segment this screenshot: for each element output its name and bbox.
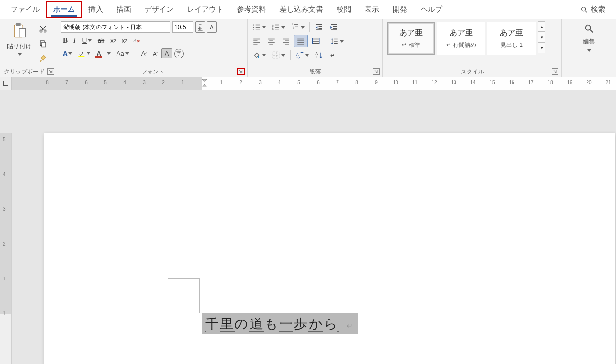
justify-button[interactable] (294, 35, 308, 47)
search-icon (580, 6, 588, 14)
style-sample: あア亜 (500, 28, 523, 38)
tab-mailings[interactable]: 差し込み文書 (273, 1, 330, 18)
copy-button[interactable] (37, 38, 49, 49)
group-font: ア 亜 A B I U ab x2 x2 A (58, 19, 248, 77)
svg-text:Z: Z (316, 55, 318, 58)
italic-button[interactable]: I (72, 35, 78, 46)
copy-icon (39, 39, 47, 48)
tab-selector[interactable] (0, 77, 12, 90)
horizontal-ruler[interactable]: 8765432112345678910111213141516171819202… (12, 77, 616, 90)
increase-indent-button[interactable] (327, 21, 340, 33)
tab-layout[interactable]: レイアウト (180, 1, 230, 18)
multilevel-button[interactable]: 1ai (289, 21, 307, 33)
justify-icon (296, 37, 305, 45)
indent-marker-icon[interactable] (202, 77, 207, 89)
numbering-button[interactable]: 123 (270, 21, 287, 33)
distribute-button[interactable] (309, 35, 322, 47)
change-case-button[interactable]: Aa (115, 48, 131, 58)
decrease-indent-button[interactable] (313, 21, 325, 33)
tab-view[interactable]: 表示 (358, 1, 386, 18)
paragraph-mark-icon: ↵ (347, 322, 354, 330)
search-button[interactable]: 検索 (573, 1, 612, 18)
sort-icon: AZ (315, 51, 323, 59)
tab-draw[interactable]: 描画 (110, 1, 138, 18)
align-right-icon (281, 37, 290, 45)
tab-review[interactable]: 校閲 (330, 1, 358, 18)
grow-font-button[interactable]: A^ (139, 48, 149, 58)
editing-dropdown-icon[interactable] (587, 49, 591, 52)
scissors-icon (39, 25, 47, 33)
align-right-button[interactable] (279, 35, 292, 47)
styles-expand[interactable]: ▾ (538, 43, 545, 53)
borders-icon (272, 51, 280, 59)
editing-button[interactable]: 編集 (581, 36, 597, 47)
svg-rect-3 (16, 23, 21, 26)
tab-developer[interactable]: 開発 (386, 1, 414, 18)
tab-help[interactable]: ヘルプ (414, 1, 449, 18)
svg-text:A: A (316, 52, 318, 55)
format-painter-button[interactable] (37, 52, 49, 64)
pilcrow-icon: ↵ (329, 51, 338, 59)
styles-scroll-down[interactable]: ▾ (538, 32, 545, 43)
paragraph-launcher[interactable]: ⇲ (373, 68, 380, 75)
shading-button[interactable] (250, 49, 268, 61)
svg-rect-10 (42, 42, 46, 47)
phonetic-guide-button[interactable]: ア 亜 (195, 21, 205, 33)
document-area: 543211 千里の道も一歩から ↵ (0, 90, 616, 364)
document-page[interactable]: 千里の道も一歩から ↵ (44, 133, 615, 364)
font-size-input[interactable] (172, 21, 193, 33)
tab-insert[interactable]: 挿入 (82, 1, 110, 18)
tab-file[interactable]: ファイル (4, 1, 46, 18)
align-left-button[interactable] (250, 35, 263, 47)
char-shading-button[interactable]: A (161, 48, 173, 58)
group-styles: あア亜 ↵ 標準 あア亜 ↵ 行間詰め あア亜 見出し 1 ▴ ▾ ▾ スタイル… (383, 19, 562, 77)
cut-button[interactable] (37, 23, 49, 35)
style-normal[interactable]: あア亜 ↵ 標準 (387, 22, 435, 55)
paste-dropdown-icon[interactable] (18, 53, 22, 56)
styles-scroll-up[interactable]: ▴ (538, 21, 545, 32)
style-heading1[interactable]: あア亜 見出し 1 (487, 22, 536, 55)
clipboard-group-label: クリップボード (4, 68, 44, 76)
clipboard-launcher[interactable]: ⇲ (47, 68, 54, 75)
bullets-button[interactable] (250, 21, 268, 33)
shrink-font-button[interactable]: Aˇ (151, 49, 160, 58)
vertical-ruler[interactable]: 543211 (0, 133, 12, 364)
sort-button[interactable]: AZ (313, 49, 325, 61)
header-boundary (168, 278, 199, 279)
text-effects-button[interactable]: A (61, 48, 74, 58)
svg-rect-4 (19, 29, 26, 37)
styles-launcher[interactable]: ⇲ (552, 68, 558, 75)
svg-point-14 (253, 27, 254, 28)
svg-point-71 (586, 25, 591, 30)
clear-format-icon: A (133, 37, 141, 44)
svg-text:A: A (133, 38, 137, 43)
paint-bucket-icon (252, 51, 261, 59)
asian-layout-button[interactable]: A (293, 49, 311, 61)
font-launcher[interactable]: ⇲ (237, 68, 244, 75)
font-name-input[interactable] (61, 21, 170, 33)
selected-text[interactable]: 千里の道も一歩から ↵ (202, 313, 358, 334)
bold-button[interactable]: B (61, 35, 70, 46)
group-clipboard: 貼り付け クリップボード ⇲ (0, 19, 58, 77)
tab-home[interactable]: ホーム (46, 1, 82, 18)
show-marks-button[interactable]: ↵ (327, 49, 340, 61)
tab-design[interactable]: デザイン (138, 1, 180, 18)
highlight-color-button[interactable] (76, 48, 92, 59)
clear-formatting-button[interactable]: A (131, 35, 143, 46)
style-nospacing[interactable]: あア亜 ↵ 行間詰め (437, 22, 485, 55)
superscript-button[interactable]: x2 (120, 35, 130, 45)
line-spacing-button[interactable] (328, 35, 346, 47)
enclosed-char-button[interactable]: 字 (174, 49, 184, 58)
document-text: 千里の道も一歩から (205, 317, 339, 332)
strikethrough-button[interactable]: ab (96, 35, 106, 45)
borders-button[interactable] (270, 49, 287, 61)
editing-label: 編集 (583, 37, 595, 46)
tab-references[interactable]: 参考資料 (230, 1, 273, 18)
subscript-button[interactable]: x2 (108, 35, 118, 45)
svg-text:↵: ↵ (330, 52, 335, 58)
underline-button[interactable]: U (80, 35, 94, 46)
char-border-button[interactable]: A (207, 21, 217, 33)
align-center-button[interactable] (265, 35, 278, 47)
font-color-button[interactable]: A (94, 48, 112, 59)
paste-button[interactable]: 貼り付け (5, 41, 34, 52)
